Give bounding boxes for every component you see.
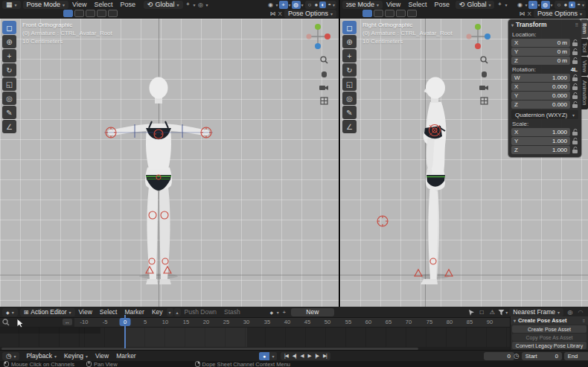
menu-view[interactable]: View — [68, 1, 90, 8]
move-tool[interactable]: + — [2, 49, 16, 63]
scale-y-field[interactable]: Y1.000 — [511, 137, 570, 145]
shading-solid-icon[interactable]: ● — [313, 1, 319, 8]
location-y-field[interactable]: Y0 m — [511, 48, 570, 56]
shading-rendered-icon[interactable]: ◓ — [575, 1, 582, 8]
visibility-icon[interactable]: ◉ — [266, 1, 275, 9]
auto-keying-record-button[interactable]: ● — [259, 352, 269, 360]
rotate-tool[interactable]: ↻ — [2, 63, 16, 77]
editor-type-button[interactable]: ◷▾ — [2, 352, 19, 360]
bone-display-icon-5[interactable] — [407, 10, 417, 17]
rotate-tool[interactable]: ↻ — [342, 63, 357, 77]
lock-icon[interactable] — [572, 129, 578, 135]
gizmos-toggle-icon[interactable]: + — [528, 1, 537, 9]
keying-menu[interactable]: Keying▾ — [60, 352, 92, 360]
grease-pencil-icon[interactable]: ◆ — [267, 308, 276, 316]
view-menu[interactable]: View — [92, 352, 112, 360]
playback-menu[interactable]: Playback▾ — [22, 352, 60, 360]
rotation-z-field[interactable]: Z0.000 — [511, 100, 570, 109]
copy-pose-as-asset-button[interactable]: Copy Pose As Asset — [512, 334, 587, 341]
bone-display-icon-1[interactable] — [63, 10, 73, 17]
drag-handle-icon[interactable]: ⠿ — [582, 319, 585, 323]
frame-range-icon[interactable]: □ — [477, 308, 486, 316]
rotation-x-field[interactable]: X0.000 — [511, 83, 570, 91]
rotation-mode-badge[interactable]: 4L — [571, 66, 578, 73]
annotate-tool[interactable]: ✎ — [2, 106, 16, 119]
character-front-view[interactable] — [0, 19, 339, 307]
zoom-icon[interactable] — [320, 56, 328, 64]
proportional-edit-icon[interactable]: ◎ — [196, 1, 205, 9]
previous-keyframe-button[interactable]: ◀| — [290, 353, 298, 359]
pan-hand-icon[interactable] — [320, 70, 328, 78]
overlays-toggle-icon[interactable]: ◍ — [541, 1, 550, 9]
rotation-mode-dropdown[interactable]: Quaternion (WXYZ)▾ — [511, 110, 578, 119]
mode-dropdown[interactable]: Pose Mode▾ — [342, 1, 383, 9]
scale-x-field[interactable]: X1.000 — [511, 128, 570, 136]
lock-icon[interactable] — [572, 83, 578, 90]
zoom-icon[interactable] — [480, 56, 488, 64]
scale-z-field[interactable]: Z1.000 — [511, 146, 570, 154]
stash-button[interactable]: Stash — [220, 308, 244, 316]
jump-to-start-button[interactable]: |◀ — [282, 353, 290, 359]
mirror-x-icon[interactable]: ⋈ — [518, 10, 527, 18]
bone-display-icon-4[interactable] — [97, 10, 106, 17]
lock-icon[interactable] — [572, 39, 578, 46]
drag-handle-icon[interactable]: ⠿ — [575, 22, 578, 28]
visibility-icon[interactable]: ◉ — [516, 1, 525, 9]
cursor-tool[interactable]: ⊕ — [342, 35, 357, 48]
bone-display-icon-2[interactable] — [374, 10, 383, 17]
shading-material-icon[interactable]: ◐ — [569, 1, 575, 8]
collapse-icon[interactable]: ▾ — [514, 318, 516, 323]
menu-select[interactable]: Select — [96, 308, 121, 316]
location-x-field[interactable]: X0 m — [511, 39, 570, 47]
move-tool[interactable]: + — [342, 49, 357, 63]
play-button[interactable]: ▶ — [305, 353, 313, 359]
only-selected-icon[interactable] — [468, 309, 475, 316]
camera-view-icon[interactable] — [319, 84, 328, 91]
bone-display-icon-3[interactable] — [385, 10, 394, 17]
cursor-tool[interactable]: ⊕ — [2, 35, 16, 48]
next-keyframe-button[interactable]: |▶ — [313, 353, 321, 359]
lock-icon[interactable] — [572, 92, 578, 99]
shading-wireframe-icon[interactable]: ○ — [307, 1, 313, 8]
measure-tool[interactable]: ∠ — [342, 120, 357, 133]
lock-icon[interactable] — [572, 101, 578, 108]
shading-rendered-icon[interactable]: ◓ — [326, 1, 333, 8]
create-pose-asset-button[interactable]: Create Pose Asset — [512, 325, 587, 333]
shading-solid-icon[interactable]: ● — [562, 1, 569, 8]
preview-range-clock-icon[interactable]: ◷ — [514, 352, 520, 360]
filter-funnel-icon[interactable] — [498, 309, 505, 316]
pose-options-dropdown[interactable]: Pose Options▾ — [534, 10, 586, 18]
transform-tool[interactable]: ◎ — [342, 92, 357, 105]
resize-handle-icon[interactable]: ↔ — [63, 319, 72, 325]
location-z-field[interactable]: Z0 m — [511, 57, 570, 65]
unlink-action-button[interactable]: ▴ — [174, 308, 181, 316]
measure-tool[interactable]: ∠ — [2, 120, 16, 133]
bone-display-icon-1[interactable] — [362, 10, 372, 17]
tab-item[interactable]: Item — [581, 19, 588, 38]
dope-sheet-body[interactable] — [0, 328, 588, 351]
tab-tool[interactable]: Tool — [581, 39, 588, 57]
editor-type-button[interactable]: ◆▾ — [2, 308, 18, 316]
gizmos-toggle-icon[interactable]: + — [279, 1, 288, 9]
keying-set-dropdown[interactable]: ▾ — [269, 352, 277, 360]
rotation-y-field[interactable]: Y0.000 — [511, 92, 570, 100]
snap-icon[interactable]: ⌖ — [495, 1, 504, 9]
menu-pose[interactable]: Pose — [430, 1, 453, 8]
orthographic-toggle-icon[interactable] — [320, 97, 328, 105]
tab-view[interactable]: View — [581, 57, 588, 76]
push-down-button[interactable]: Push Down — [181, 308, 220, 316]
bone-display-icon-3[interactable] — [86, 10, 95, 17]
tab-animation[interactable]: Animation — [581, 77, 588, 109]
mode-dropdown[interactable]: Pose Mode▾ — [23, 1, 69, 9]
menu-key[interactable]: Key — [148, 308, 167, 316]
lock-icon[interactable] — [572, 48, 578, 55]
navigation-gizmo[interactable] — [303, 22, 333, 51]
bone-display-icon-2[interactable] — [74, 10, 84, 17]
start-frame-field[interactable]: Start0 — [522, 352, 562, 360]
menu-select[interactable]: Select — [90, 1, 116, 8]
select-box-tool[interactable]: ◻ — [342, 21, 357, 34]
orthographic-toggle-icon[interactable] — [480, 97, 488, 105]
jump-to-end-button[interactable]: ▶| — [321, 353, 329, 359]
select-box-tool[interactable]: ◻ — [2, 21, 16, 34]
bone-display-icon-4[interactable] — [396, 10, 406, 17]
